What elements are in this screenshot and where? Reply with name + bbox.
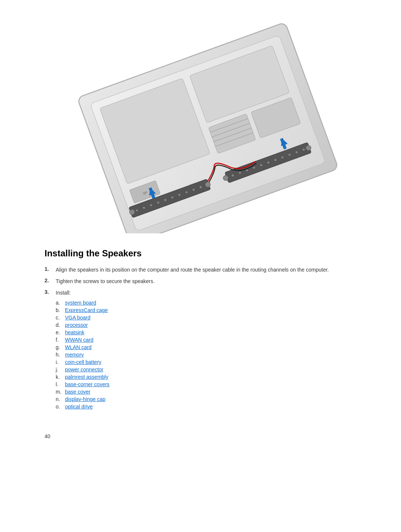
install-item-label-9: j. <box>56 367 65 372</box>
install-item-label-0: a. <box>56 300 65 306</box>
install-item-m: m. base cover <box>56 389 356 395</box>
step-3-text: Install: <box>56 289 356 297</box>
install-item-link-0[interactable]: system board <box>65 300 96 306</box>
install-item-link-12[interactable]: base cover <box>65 389 90 395</box>
install-item-g: g. WLAN card <box>56 344 356 350</box>
hero-image-container: QR <box>45 22 356 233</box>
install-item-o: o. optical drive <box>56 404 356 410</box>
instructions-list: 1. Align the speakers in its position on… <box>45 266 356 411</box>
install-item-label-14: o. <box>56 404 65 410</box>
install-item-link-13[interactable]: display-hinge cap <box>65 396 105 402</box>
laptop-illustration: QR <box>45 22 356 233</box>
section-title: Installing the Speakers <box>45 248 356 259</box>
step-2: 2. Tighten the screws to secure the spea… <box>45 278 356 285</box>
install-item-link-7[interactable]: memory <box>65 352 84 358</box>
step-2-number: 2. <box>45 278 56 283</box>
install-item-k: k. palmrest assembly <box>56 374 356 380</box>
install-items-list: a. system board b. ExpressCard cage c. V… <box>56 300 356 410</box>
install-item-i: i. coin-cell battery <box>56 359 356 365</box>
install-item-label-4: e. <box>56 329 65 335</box>
install-item-a: a. system board <box>56 300 356 306</box>
install-item-link-14[interactable]: optical drive <box>65 404 93 410</box>
install-item-link-3[interactable]: processor <box>65 322 88 328</box>
install-item-label-13: n. <box>56 396 65 402</box>
install-item-c: c. VGA board <box>56 315 356 321</box>
step-1-number: 1. <box>45 266 56 272</box>
install-item-link-2[interactable]: VGA board <box>65 315 91 321</box>
step-1: 1. Align the speakers in its position on… <box>45 266 356 274</box>
install-item-e: e. heatsink <box>56 329 356 335</box>
install-item-h: h. memory <box>56 352 356 358</box>
install-item-label-11: l. <box>56 381 65 387</box>
install-item-l: l. base-corner covers <box>56 381 356 387</box>
install-item-link-1[interactable]: ExpressCard cage <box>65 307 108 313</box>
install-item-link-4[interactable]: heatsink <box>65 329 84 335</box>
install-item-label-5: f. <box>56 337 65 343</box>
step-3: 3. Install: a. system board b. ExpressCa… <box>45 289 356 411</box>
install-item-label-1: b. <box>56 307 65 313</box>
step-1-text: Align the speakers in its position on th… <box>56 266 356 274</box>
install-item-label-3: d. <box>56 322 65 328</box>
install-item-label-10: k. <box>56 374 65 380</box>
install-item-link-11[interactable]: base-corner covers <box>65 381 110 387</box>
page-number: 40 <box>45 433 356 439</box>
install-item-b: b. ExpressCard cage <box>56 307 356 313</box>
install-item-link-6[interactable]: WLAN card <box>65 344 92 350</box>
install-item-link-8[interactable]: coin-cell battery <box>65 359 101 365</box>
step-3-number: 3. <box>45 289 56 295</box>
install-item-j: j. power connector <box>56 367 356 372</box>
install-item-label-12: m. <box>56 389 65 395</box>
install-item-label-2: c. <box>56 315 65 321</box>
step-2-text: Tighten the screws to secure the speaker… <box>56 278 356 285</box>
install-item-link-5[interactable]: WWAN card <box>65 337 93 343</box>
install-item-link-9[interactable]: power connector <box>65 367 104 372</box>
install-item-d: d. processor <box>56 322 356 328</box>
install-item-link-10[interactable]: palmrest assembly <box>65 374 108 380</box>
install-item-label-7: h. <box>56 352 65 358</box>
install-item-n: n. display-hinge cap <box>56 396 356 402</box>
install-item-label-8: i. <box>56 359 65 365</box>
install-item-label-6: g. <box>56 344 65 350</box>
install-item-f: f. WWAN card <box>56 337 356 343</box>
